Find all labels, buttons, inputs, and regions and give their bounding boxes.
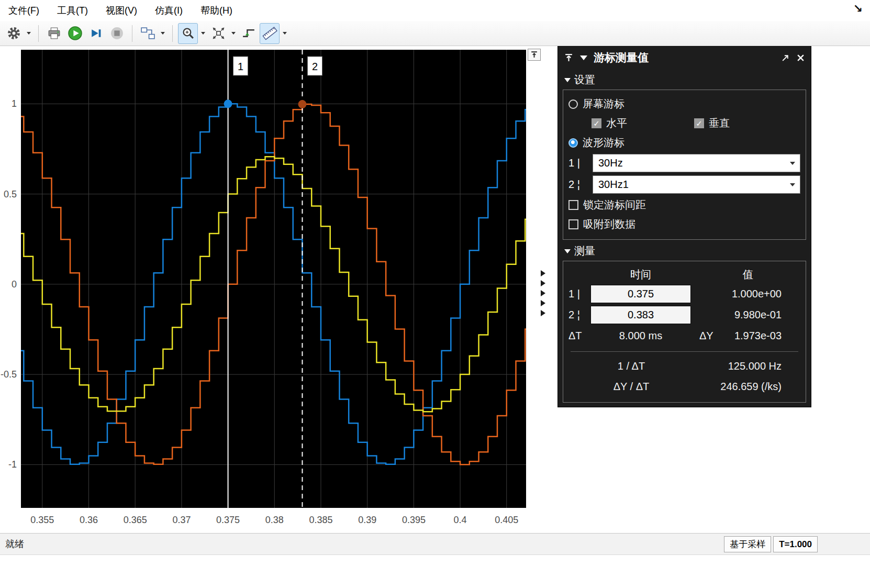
dock-icon[interactable]: ↘ <box>853 2 863 16</box>
ruler-icon <box>262 26 277 40</box>
chevron-down-icon <box>790 183 795 186</box>
splitter-arrow-icon <box>541 290 545 296</box>
measurements-section-header[interactable]: 测量 <box>564 244 811 258</box>
menu-view[interactable]: 视图(V) <box>106 4 137 17</box>
print-button[interactable] <box>44 23 64 44</box>
status-bar: 就绪 基于采样 T=1.000 <box>0 533 870 555</box>
splitter-arrow-icon <box>541 310 545 316</box>
hierarchy-icon <box>140 26 155 40</box>
menu-tools[interactable]: 工具(T) <box>57 4 88 17</box>
vertical-checkbox[interactable]: ✓ <box>694 118 704 128</box>
delta-t-value: 8.000 ms <box>590 330 691 342</box>
lock-cursor-spacing-checkbox[interactable]: ✓ <box>568 200 578 210</box>
time-column-header: 时间 <box>590 268 691 282</box>
close-panel-icon[interactable] <box>795 52 806 63</box>
cursor-2-flag-text: 2 <box>312 61 318 72</box>
screen-cursors-label: 屏幕游标 <box>583 97 624 111</box>
cursor2-source-value: 30Hz1 <box>598 179 629 191</box>
chevron-down-icon <box>790 162 795 165</box>
delta-y-label: ΔY <box>691 330 728 342</box>
settings-group: 屏幕游标 ✓ 水平 ✓ 垂直 波形游标 1 | 30Hz 2 ¦ <box>563 90 806 240</box>
highlight-simulink-block-button[interactable] <box>138 23 158 44</box>
cursor-1-marker[interactable] <box>224 99 232 108</box>
scope-plot[interactable]: 120.3550.360.3650.370.3750.380.3850.390.… <box>0 46 555 529</box>
x-tick-label: 0.405 <box>495 515 518 525</box>
dy-over-dt-label: ΔY / ΔT <box>568 381 694 393</box>
highlight-dropdown[interactable] <box>159 23 167 44</box>
x-tick-label: 0.39 <box>358 515 376 525</box>
waveform-cursors-label: 波形游标 <box>583 136 624 150</box>
menu-simulate[interactable]: 仿真(I) <box>155 4 183 17</box>
slope-row: ΔY / ΔT 246.659 (/ks) <box>568 376 800 397</box>
collapse-panel-icon[interactable] <box>578 52 589 63</box>
cursor-2-marker[interactable] <box>298 100 306 108</box>
axes-background <box>21 50 526 508</box>
zoom-dropdown[interactable] <box>199 23 207 44</box>
horizontal-checkbox[interactable]: ✓ <box>592 118 601 128</box>
cursor2-row-prefix: 2 ¦ <box>568 309 590 321</box>
value-column-header: 值 <box>696 268 800 282</box>
play-icon <box>68 26 83 41</box>
x-tick-label: 0.365 <box>124 515 147 525</box>
chevron-down-icon <box>231 32 236 35</box>
dy-over-dt-value: 246.659 (/ks) <box>694 381 800 393</box>
x-tick-label: 0.4 <box>454 515 467 525</box>
cursor-measurements-button[interactable] <box>260 23 280 44</box>
panel-splitter[interactable] <box>541 270 545 316</box>
cursor-measurements-dropdown[interactable] <box>281 23 289 44</box>
menu-help[interactable]: 帮助(H) <box>200 4 232 17</box>
menu-file[interactable]: 文件(F) <box>8 4 39 17</box>
splitter-arrow-icon <box>541 280 545 286</box>
fit-view-icon <box>211 26 226 40</box>
cursor1-row-prefix: 1 | <box>568 288 590 300</box>
configuration-button[interactable] <box>4 23 24 44</box>
cursor2-source-select[interactable]: 30Hz1 <box>593 175 800 194</box>
step-forward-button[interactable] <box>86 23 106 44</box>
measurements-group: 时间 值 1 | 1.000e+00 2 ¦ 9.980e-01 ΔT 8.00… <box>563 261 806 403</box>
settings-section-header[interactable]: 设置 <box>564 73 811 87</box>
cursor1-source-select[interactable]: 30Hz <box>593 154 800 172</box>
y-tick-label: -0.5 <box>1 369 17 380</box>
run-button[interactable] <box>65 23 85 44</box>
collapse-settings-icon <box>564 78 571 82</box>
step-forward-icon <box>89 26 103 40</box>
cursor2-time-field[interactable] <box>590 306 691 324</box>
one-over-dt-label: 1 / ΔT <box>568 360 694 372</box>
cursor1-time-field[interactable] <box>590 285 691 303</box>
cursor1-prefix: 1 | <box>568 157 593 169</box>
maximize-plot-icon <box>530 51 538 59</box>
cursor-measurements-panel: 游标测量值 设置 屏幕游标 ✓ <box>557 46 811 407</box>
collapse-measurements-icon <box>564 249 571 253</box>
x-tick-label: 0.38 <box>265 515 284 525</box>
measurements-header-row: 时间 值 <box>568 265 800 283</box>
x-tick-label: 0.37 <box>172 515 191 525</box>
trigger-button[interactable] <box>239 23 259 44</box>
zoom-button[interactable] <box>178 23 198 44</box>
snap-to-data-label: 吸附到数据 <box>583 217 635 231</box>
waveform-cursors-radio[interactable] <box>568 138 578 148</box>
panel-title-bar: 游标测量值 <box>558 47 811 69</box>
float-panel-icon[interactable] <box>780 52 790 63</box>
one-over-dt-value: 125.000 Hz <box>694 360 800 372</box>
toolbar-separator <box>172 25 173 42</box>
fit-to-view-button[interactable] <box>208 23 228 44</box>
fit-dropdown[interactable] <box>229 23 238 44</box>
stop-icon <box>110 26 124 40</box>
measurements-section-label: 测量 <box>574 244 595 258</box>
x-tick-label: 0.36 <box>80 515 98 525</box>
pin-panel-icon[interactable] <box>563 52 574 63</box>
y-tick-label: 0.5 <box>4 189 17 199</box>
chevron-down-icon <box>283 32 287 35</box>
configuration-dropdown[interactable] <box>25 23 33 44</box>
snap-to-data-checkbox[interactable]: ✓ <box>568 219 578 229</box>
y-tick-label: 1 <box>12 98 17 109</box>
gear-icon <box>7 26 21 40</box>
cursor1-value: 1.000e+00 <box>691 288 800 300</box>
stop-button[interactable] <box>107 23 127 44</box>
x-tick-label: 0.375 <box>216 515 240 525</box>
maximize-plot-button[interactable] <box>528 49 541 61</box>
simulation-time-indicator: T=1.000 <box>773 536 818 552</box>
lock-cursor-spacing-label: 锁定游标间距 <box>583 198 646 212</box>
trigger-icon <box>241 26 256 40</box>
screen-cursors-radio[interactable] <box>568 99 578 109</box>
